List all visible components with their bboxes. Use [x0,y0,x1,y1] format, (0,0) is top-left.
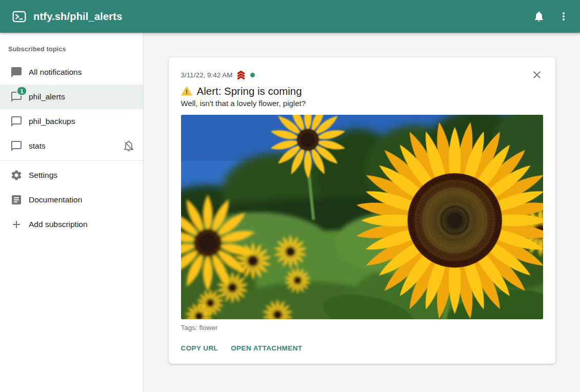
notification-meta: 3/11/22, 9:42 AM [181,70,255,80]
bell-icon [533,10,545,23]
sidebar-item-label: stats [29,141,46,151]
ntfy-terminal-logo-icon [12,10,26,24]
article-icon [10,194,23,206]
warning-triangle-icon [181,86,192,97]
chat-bubble-outline-icon [10,140,23,152]
appbar: ntfy.sh/phil_alerts [0,0,580,33]
sidebar-item-label: Settings [29,171,57,180]
sidebar-item-label: All notifications [29,68,82,77]
timestamp: 3/11/22, 9:42 AM [181,71,233,79]
notifications-bell-button[interactable] [527,4,551,29]
sidebar-item-settings[interactable]: Settings [0,163,143,188]
notification-title: Alert: Spring is coming [197,85,302,97]
sidebar-item-stats[interactable]: stats [0,134,143,158]
sidebar-divider [0,160,143,161]
unread-dot [250,73,255,77]
overflow-menu-button[interactable] [551,4,576,29]
appbar-title: ntfy.sh/phil_alerts [33,11,122,23]
close-notification-button[interactable] [531,69,543,81]
sidebar-item-label: Add subscription [29,220,88,229]
chat-bubble-filled-icon [10,66,23,78]
sidebar-item-label: Documentation [29,195,82,204]
main-content: 3/11/22, 9:42 AM [144,33,580,392]
sidebar-item-phil-alerts[interactable]: 1 phil_alerts [0,85,143,109]
priority-high-chevrons-icon [236,70,246,80]
unread-count-badge: 1 [16,86,27,96]
sidebar-item-label: phil_backups [29,117,75,126]
attachment-image[interactable] [181,115,543,319]
tags-text: Tags: flower [181,324,543,332]
bell-off-icon [123,140,135,152]
sidebar-item-all-notifications[interactable]: All notifications [0,60,143,85]
open-attachment-button[interactable]: OPEN ATTACHMENT [227,340,306,357]
sidebar-item-phil-backups[interactable]: phil_backups [0,109,143,134]
sidebar-item-documentation[interactable]: Documentation [0,188,143,212]
copy-url-button[interactable]: COPY URL [177,340,223,357]
close-icon [531,69,543,81]
plus-icon [10,218,23,231]
notification-card: 3/11/22, 9:42 AM [169,57,555,364]
sidebar-item-label: phil_alerts [29,92,65,101]
notification-body: Well, isn't that a lovely flower, piglet… [181,99,543,108]
sidebar: Subscribed topics All notifications 1 ph… [0,33,144,392]
notification-actions: COPY URL OPEN ATTACHMENT [177,340,543,357]
kebab-menu-icon [557,10,570,23]
sidebar-item-add-subscription[interactable]: Add subscription [0,212,143,237]
notification-title-row: Alert: Spring is coming [181,85,543,97]
notification-header: 3/11/22, 9:42 AM [181,69,543,81]
subscribed-topics-label: Subscribed topics [0,33,143,60]
chat-bubble-outline-icon [10,115,23,128]
gear-icon [10,169,23,181]
